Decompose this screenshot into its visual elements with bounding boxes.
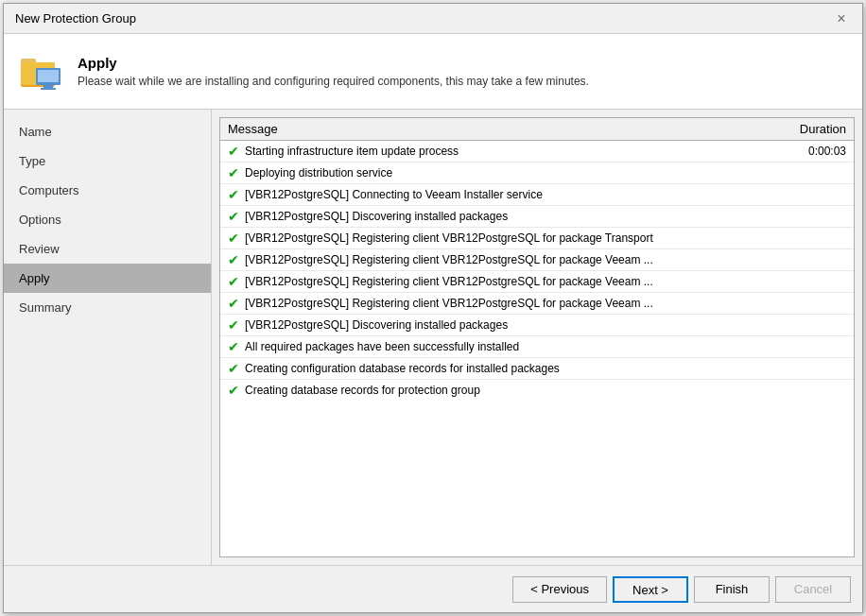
check-icon: ✔ <box>228 187 239 202</box>
table-row: ✔[VBR12PostgreSQL] Registering client VB… <box>220 228 854 249</box>
cancel-button[interactable]: Cancel <box>775 576 851 603</box>
log-table-header: Message Duration <box>220 118 854 141</box>
log-message-text: Starting infrastructure item update proc… <box>245 145 459 158</box>
log-message: ✔Creating configuration database records… <box>228 361 771 376</box>
table-row: ✔Deploying distribution service <box>220 163 854 184</box>
sidebar: Name Type Computers Options Review Apply… <box>4 110 212 565</box>
header-icon <box>19 49 64 94</box>
log-message-text: [VBR12PostgreSQL] Registering client VBR… <box>245 231 653 245</box>
log-message: ✔[VBR12PostgreSQL] Discovering installed… <box>228 209 771 224</box>
sidebar-item-apply[interactable]: Apply <box>4 264 211 293</box>
table-row: ✔[VBR12PostgreSQL] Discovering installed… <box>220 206 854 228</box>
table-row: ✔All required packages have been success… <box>220 336 854 358</box>
log-message-text: [VBR12PostgreSQL] Discovering installed … <box>245 318 508 332</box>
col-message-header: Message <box>228 122 771 136</box>
log-message-text: All required packages have been successf… <box>245 340 519 353</box>
content-area: Name Type Computers Options Review Apply… <box>4 110 862 565</box>
sidebar-item-options[interactable]: Options <box>4 205 211 234</box>
finish-button[interactable]: Finish <box>694 576 770 603</box>
check-icon: ✔ <box>228 383 239 398</box>
dialog: New Protection Group × Apply Please wait… <box>3 3 863 613</box>
footer: < Previous Next > Finish Cancel <box>4 565 862 612</box>
log-table: Message Duration ✔Starting infrastructur… <box>219 117 855 557</box>
svg-rect-6 <box>41 88 56 90</box>
table-row: ✔[VBR12PostgreSQL] Registering client VB… <box>220 249 854 271</box>
check-icon: ✔ <box>228 209 239 224</box>
log-message-text: Creating database records for protection… <box>245 384 480 397</box>
close-button[interactable]: × <box>832 9 851 28</box>
log-message-text: [VBR12PostgreSQL] Discovering installed … <box>245 210 508 223</box>
check-icon: ✔ <box>228 231 239 246</box>
log-message: ✔[VBR12PostgreSQL] Connecting to Veeam I… <box>228 187 771 202</box>
next-button[interactable]: Next > <box>613 576 688 603</box>
svg-rect-4 <box>38 70 59 82</box>
table-row: ✔Starting infrastructure item update pro… <box>220 141 854 163</box>
check-icon: ✔ <box>228 317 239 333</box>
check-icon: ✔ <box>228 252 239 267</box>
header-text: Apply Please wait while we are installin… <box>78 55 589 88</box>
check-icon: ✔ <box>228 361 239 376</box>
log-message-text: [VBR12PostgreSQL] Registering client VBR… <box>245 297 653 310</box>
table-row: ✔[VBR12PostgreSQL] Registering client VB… <box>220 271 854 293</box>
log-message-text: Deploying distribution service <box>245 166 392 180</box>
log-message-text: [VBR12PostgreSQL] Registering client VBR… <box>245 253 653 266</box>
check-icon: ✔ <box>228 274 239 289</box>
log-message-text: [VBR12PostgreSQL] Registering client VBR… <box>245 275 653 288</box>
log-message: ✔All required packages have been success… <box>228 339 771 354</box>
log-message: ✔[VBR12PostgreSQL] Registering client VB… <box>228 274 771 289</box>
table-row: ✔Creating database records for protectio… <box>220 380 854 401</box>
dialog-title: New Protection Group <box>15 11 136 26</box>
col-duration-header: Duration <box>771 122 846 136</box>
table-row: ✔Creating configuration database records… <box>220 358 854 380</box>
check-icon: ✔ <box>228 144 239 159</box>
sidebar-item-type[interactable]: Type <box>4 146 211 176</box>
log-message: ✔Creating database records for protectio… <box>228 383 771 398</box>
header-section: Apply Please wait while we are installin… <box>4 34 862 110</box>
main-area: Message Duration ✔Starting infrastructur… <box>212 110 862 565</box>
log-message-text: Creating configuration database records … <box>245 362 560 375</box>
check-icon: ✔ <box>228 165 239 180</box>
sidebar-item-review[interactable]: Review <box>4 234 211 264</box>
log-message-text: [VBR12PostgreSQL] Connecting to Veeam In… <box>245 188 543 201</box>
previous-button[interactable]: < Previous <box>512 576 607 603</box>
svg-rect-5 <box>43 85 53 88</box>
sidebar-item-computers[interactable]: Computers <box>4 176 211 205</box>
check-icon: ✔ <box>228 339 239 354</box>
log-message: ✔[VBR12PostgreSQL] Registering client VB… <box>228 252 771 267</box>
table-row: ✔[VBR12PostgreSQL] Registering client VB… <box>220 293 854 315</box>
log-message: ✔Starting infrastructure item update pro… <box>228 144 771 159</box>
sidebar-item-summary[interactable]: Summary <box>4 293 211 322</box>
table-row: ✔[VBR12PostgreSQL] Connecting to Veeam I… <box>220 184 854 206</box>
check-icon: ✔ <box>228 296 239 311</box>
title-bar: New Protection Group × <box>4 4 862 34</box>
table-row: ✔[VBR12PostgreSQL] Discovering installed… <box>220 315 854 336</box>
header-title: Apply <box>78 55 589 71</box>
log-rows[interactable]: ✔Starting infrastructure item update pro… <box>220 141 854 556</box>
log-message: ✔[VBR12PostgreSQL] Registering client VB… <box>228 231 771 246</box>
log-duration: 0:00:03 <box>771 145 846 158</box>
log-message: ✔Deploying distribution service <box>228 165 771 180</box>
sidebar-item-name[interactable]: Name <box>4 117 211 146</box>
log-message: ✔[VBR12PostgreSQL] Discovering installed… <box>228 317 771 333</box>
log-message: ✔[VBR12PostgreSQL] Registering client VB… <box>228 296 771 311</box>
header-description: Please wait while we are installing and … <box>78 75 589 88</box>
